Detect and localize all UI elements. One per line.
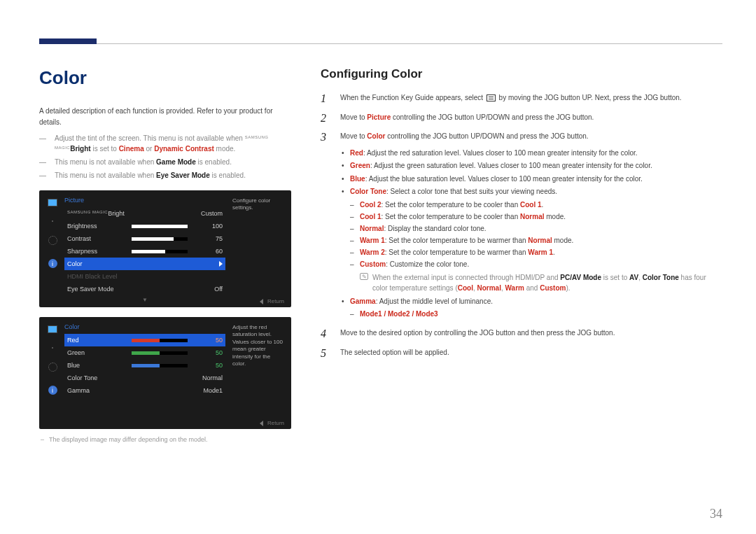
note-1: Adjust the tint of the screen. This menu… (39, 133, 291, 154)
osd-color: i Color Red 50 Green 50 Blue (39, 317, 291, 429)
section-title: Configuring Color (321, 67, 722, 81)
top-divider (39, 43, 722, 44)
accent-bar (39, 38, 97, 44)
step-5: 5 The selected option will be applied. (321, 347, 722, 360)
gear-icon (48, 236, 57, 245)
monitor-icon (48, 199, 57, 206)
sub-cool1: Cool 1: Set the color temperature to be … (350, 211, 722, 222)
osd-row-hdmi: HDMI Black Level (64, 270, 225, 283)
osd-row-magic: SAMSUNG MAGICBright Custom (64, 207, 225, 220)
page-title: Color (39, 67, 291, 89)
osd-row-gamma: Gamma Mode1 (64, 384, 225, 397)
osd-tip: Configure color settings. (228, 195, 287, 303)
osd-tip: Adjust the red saturation level. Values … (228, 321, 287, 425)
gear-icon (48, 363, 57, 372)
sub-warm2: Warm 2: Set the color temperature to be … (350, 247, 722, 258)
footnote: The displayed image may differ depending… (39, 436, 291, 443)
osd-header: Picture (64, 195, 225, 207)
note-icon: ✎ (360, 273, 368, 280)
osd-row-colortone: Color Tone Normal (64, 372, 225, 384)
intro-text: A detailed description of each function … (39, 106, 291, 127)
osd-header: Color (64, 321, 225, 334)
left-column: Color A detailed description of each fun… (39, 67, 291, 443)
step-3: 3 Move to Color controlling the JOG butt… (321, 131, 722, 321)
osd-row-sharpness: Sharpness 60 (64, 245, 225, 258)
sub-normal: Normal: Display the standard color tone. (350, 223, 722, 234)
step-4: 4 Move to the desired option by controll… (321, 328, 722, 340)
page-number: 34 (710, 507, 722, 521)
osd-row-contrast: Contrast 75 (64, 232, 225, 245)
display-icon (52, 347, 53, 349)
display-icon (52, 220, 53, 222)
monitor-icon (48, 325, 57, 333)
bullet-green: Green: Adjust the green saturation level… (340, 160, 722, 171)
chevron-right-icon (219, 261, 223, 267)
step-1: 1 When the Function Key Guide appears, s… (321, 92, 722, 105)
info-icon: i (48, 259, 57, 268)
sub-custom: Custom: Customize the color tone. (350, 259, 722, 269)
bullet-red: Red: Adjust the red saturation level. Va… (340, 148, 722, 159)
note-2: This menu is not available when Game Mod… (39, 157, 291, 167)
bullet-gamma: Gamma: Adjust the middle level of lumina… (340, 296, 722, 307)
bullet-colortone: Color Tone: Select a color tone that bes… (340, 186, 722, 197)
info-icon: i (48, 386, 57, 395)
osd-row-blue: Blue 50 (64, 359, 225, 372)
osd-row-brightness: Brightness 100 (64, 220, 225, 232)
osd-iconbar: i (43, 195, 62, 303)
bullet-blue: Blue: Adjust the blue saturation level. … (340, 174, 722, 185)
sub-warm1: Warm 1: Set the color temperature to be … (350, 235, 722, 246)
menu-icon (486, 94, 496, 101)
info-note: ✎ When the external input is connected t… (360, 272, 722, 293)
osd-footer: Return (260, 298, 284, 304)
note-3: This menu is not available when Eye Save… (39, 170, 291, 181)
osd-row-red: Red 50 (64, 334, 225, 346)
sub-cool2: Cool 2: Set the color temperature to be … (350, 199, 722, 210)
osd-picture: i Picture SAMSUNG MAGICBright Custom Bri… (39, 190, 291, 307)
osd-row-green: Green 50 (64, 346, 225, 359)
osd-row-eyesaver: Eye Saver Mode Off (64, 283, 225, 295)
osd-iconbar: i (43, 321, 62, 425)
right-column: Configuring Color 1 When the Function Ke… (321, 67, 722, 443)
osd-footer: Return (260, 420, 284, 426)
step-2: 2 Move to Picture controlling the JOG bu… (321, 112, 722, 125)
sub-modes: Mode1 / Mode2 / Mode3 (350, 309, 722, 319)
osd-row-color: Color (64, 258, 225, 270)
